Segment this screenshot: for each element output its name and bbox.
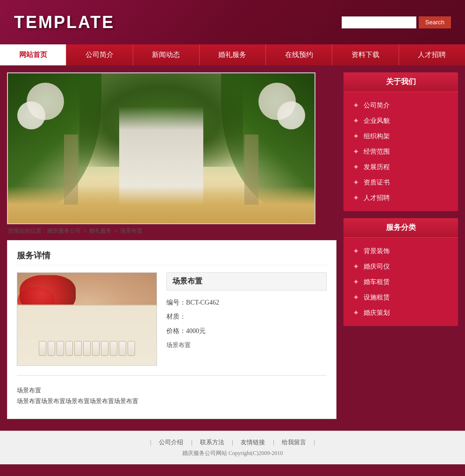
footer-sep-2: ｜ xyxy=(229,439,237,446)
desc-body: 场景布置场景布置场景布置场景布置场景布置 xyxy=(17,396,327,406)
sidebar-about-label-2: 组织构架 xyxy=(364,132,390,141)
footer-separator: ｜ xyxy=(148,439,154,446)
sidebar-about-item-2[interactable]: ✦ 组织构架 xyxy=(348,128,453,144)
sidebar-service-label-4: 婚庆策划 xyxy=(364,309,390,317)
service-product-image xyxy=(17,272,157,366)
logo-text: TEMPLATE xyxy=(14,13,114,32)
sidebar-services-box: 服务分类 ✦ 背景装饰 ✦ 婚庆司仪 ✦ 婚车租赁 ✦ 设施租赁 xyxy=(343,218,458,326)
breadcrumb: 您现在的位置：婚庆服务公司 ＞ 婚礼服务 ＞ 场景布置 xyxy=(7,224,336,238)
service-bullet-icon-1: ✦ xyxy=(353,262,359,271)
logo: TEMPLATE xyxy=(14,13,114,32)
sidebar-about-item-0[interactable]: ✦ 公司简介 xyxy=(348,98,453,113)
nav-item-download[interactable]: 资料下载 xyxy=(332,44,399,65)
sidebar-about-label-4: 发展历程 xyxy=(364,163,390,171)
search-input[interactable] xyxy=(342,16,416,28)
bullet-icon-3: ✦ xyxy=(353,147,359,156)
footer-sep-3: ｜ xyxy=(271,439,278,446)
sidebar-service-label-0: 背景装饰 xyxy=(364,247,390,256)
service-short-desc: 场景布置 xyxy=(166,341,327,349)
bullet-icon-5: ✦ xyxy=(353,178,359,187)
main-container: 您现在的位置：婚庆服务公司 ＞ 婚礼服务 ＞ 场景布置 服务详情 xyxy=(0,65,465,426)
sidebar-service-label-3: 设施租赁 xyxy=(364,293,390,302)
sidebar-about-label-3: 经营范围 xyxy=(364,148,390,156)
bullet-icon-0: ✦ xyxy=(353,101,359,110)
nav-item-wedding[interactable]: 婚礼服务 xyxy=(200,44,266,65)
service-price: 价格：4000元 xyxy=(166,326,327,336)
service-material: 材质： xyxy=(166,312,327,322)
footer-links: ｜ 公司介绍 ｜ 联系方法 ｜ 友情链接 ｜ 给我留言 ｜ xyxy=(7,438,458,447)
service-name-box: 场景布置 xyxy=(166,272,327,291)
table-image-inner xyxy=(17,273,157,365)
sidebar-about-item-5[interactable]: ✦ 资质证书 xyxy=(348,175,453,190)
search-button[interactable]: Search xyxy=(419,16,451,28)
footer-copyright: 婚庆服务公司网站 Copyright(C)2009-2010 xyxy=(7,449,458,457)
nav-item-about[interactable]: 公司简介 xyxy=(66,44,133,65)
bullet-icon-1: ✦ xyxy=(353,116,359,125)
sidebar-about-items: ✦ 公司简介 ✦ 企业风貌 ✦ 组织构架 ✦ 经营范围 ✦ 发展历程 xyxy=(343,92,458,211)
bullet-icon-6: ✦ xyxy=(353,193,359,202)
nav-item-recruit[interactable]: 人才招聘 xyxy=(399,44,465,65)
sidebar-service-label-1: 婚庆司仪 xyxy=(364,263,390,271)
sidebar-about-header: 关于我们 xyxy=(343,72,458,92)
desc-title: 场景布置 xyxy=(17,385,327,396)
sidebar-services-items: ✦ 背景装饰 ✦ 婚庆司仪 ✦ 婚车租赁 ✦ 设施租赁 ✦ 婚庆策划 xyxy=(343,238,458,326)
main-nav: 网站首页 公司简介 新闻动态 婚礼服务 在线预约 资料下载 人才招聘 xyxy=(0,44,465,65)
left-content: 您现在的位置：婚庆服务公司 ＞ 婚礼服务 ＞ 场景布置 服务详情 xyxy=(7,72,336,419)
header: TEMPLATE Search xyxy=(0,0,465,44)
service-code: 编号：BCT-CG462 xyxy=(166,298,327,308)
search-area: Search xyxy=(342,16,451,28)
sidebar-service-item-2[interactable]: ✦ 婚车租赁 xyxy=(348,274,453,290)
sidebar-service-item-1[interactable]: ✦ 婚庆司仪 xyxy=(348,259,453,274)
sidebar-about-item-3[interactable]: ✦ 经营范围 xyxy=(348,144,453,159)
service-description: 场景布置 场景布置场景布置场景布置场景布置场景布置 xyxy=(17,383,327,409)
nav-item-booking[interactable]: 在线预约 xyxy=(266,44,332,65)
right-sidebar: 关于我们 ✦ 公司简介 ✦ 企业风貌 ✦ 组织构架 ✦ 经营范围 xyxy=(343,72,458,333)
sidebar-about-label-0: 公司简介 xyxy=(364,101,390,110)
bullet-icon-4: ✦ xyxy=(353,163,359,171)
divider xyxy=(17,375,327,376)
nav-item-home[interactable]: 网站首页 xyxy=(0,44,66,65)
sidebar-about-item-1[interactable]: ✦ 企业风貌 xyxy=(348,113,453,128)
sidebar-about-label-5: 资质证书 xyxy=(364,178,390,187)
sidebar-services-header: 服务分类 xyxy=(343,218,458,238)
service-content: 场景布置 编号：BCT-CG462 材质： 价格：4000元 场景布置 xyxy=(17,272,327,366)
footer: ｜ 公司介绍 ｜ 联系方法 ｜ 友情链接 ｜ 给我留言 ｜ 婚庆服务公司网站 C… xyxy=(0,431,465,464)
footer-link-3[interactable]: 给我留言 xyxy=(282,439,306,446)
sidebar-about-item-6[interactable]: ✦ 人才招聘 xyxy=(348,190,453,206)
sidebar-about-box: 关于我们 ✦ 公司简介 ✦ 企业风貌 ✦ 组织构架 ✦ 经营范围 xyxy=(343,72,458,211)
sidebar-service-label-2: 婚车租赁 xyxy=(364,278,390,286)
footer-sep-1: ｜ xyxy=(189,439,196,446)
service-bullet-icon-2: ✦ xyxy=(353,277,359,286)
service-bullet-icon-4: ✦ xyxy=(353,308,359,317)
footer-link-2[interactable]: 友情链接 xyxy=(241,439,265,446)
service-bullet-icon-0: ✦ xyxy=(353,247,359,256)
nav-item-news[interactable]: 新闻动态 xyxy=(133,44,200,65)
sidebar-about-label-6: 人才招聘 xyxy=(364,194,390,202)
service-bullet-icon-3: ✦ xyxy=(353,293,359,302)
service-section-title: 服务详情 xyxy=(17,250,327,265)
sidebar-service-item-4[interactable]: ✦ 婚庆策划 xyxy=(348,305,453,320)
sidebar-service-item-0[interactable]: ✦ 背景装饰 xyxy=(348,243,453,259)
hero-image xyxy=(7,72,315,224)
service-detail-box: 服务详情 xyxy=(7,240,336,419)
footer-sep-4: ｜ xyxy=(311,439,317,446)
footer-link-0[interactable]: 公司介绍 xyxy=(159,439,183,446)
bullet-icon-2: ✦ xyxy=(353,132,359,141)
service-info: 场景布置 编号：BCT-CG462 材质： 价格：4000元 场景布置 xyxy=(166,272,327,366)
sidebar-service-item-3[interactable]: ✦ 设施租赁 xyxy=(348,290,453,305)
sidebar-about-label-1: 企业风貌 xyxy=(364,117,390,125)
footer-link-1[interactable]: 联系方法 xyxy=(200,439,224,446)
wedding-hall-image xyxy=(8,73,315,223)
sidebar-about-item-4[interactable]: ✦ 发展历程 xyxy=(348,159,453,175)
